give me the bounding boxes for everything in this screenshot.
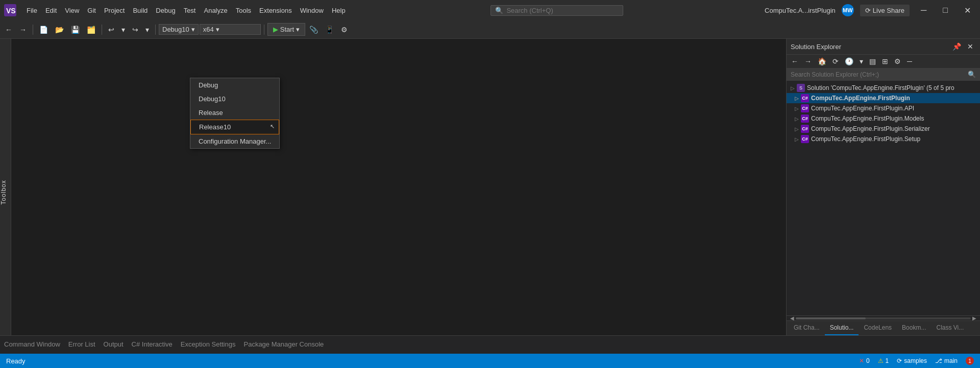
menu-help[interactable]: Help	[328, 5, 350, 16]
tab-error-list[interactable]: Error List	[68, 338, 95, 351]
maximize-button[interactable]: □	[938, 4, 953, 17]
device-button[interactable]: 📱	[322, 24, 337, 36]
scrollbar-track[interactable]	[796, 317, 971, 319]
notification-icon: 1	[966, 357, 974, 365]
project-item-0[interactable]: ▷ C# CompuTec.AppEngine.FirstPlugin	[787, 93, 980, 103]
status-right-area: ✕ 0 ⚠ 1 ⟳ samples ⎇ main 1	[859, 357, 974, 365]
redo-arrow-button[interactable]: ▾	[142, 24, 152, 36]
global-search-box[interactable]: 🔍	[491, 5, 623, 16]
menu-build[interactable]: Build	[129, 5, 152, 16]
menu-debug[interactable]: Debug	[152, 5, 179, 16]
tab-cs-interactive[interactable]: C# Interactive	[132, 338, 173, 351]
undo-arrow-button[interactable]: ▾	[118, 24, 128, 36]
status-branch[interactable]: ⎇ main	[935, 357, 958, 364]
tab-output[interactable]: Output	[104, 338, 124, 351]
menu-git[interactable]: Git	[83, 5, 100, 16]
scrollbar-thumb[interactable]	[796, 317, 866, 319]
tab-exception-settings[interactable]: Exception Settings	[181, 338, 236, 351]
bottom-panel-tabs: Command Window Error List Output C# Inte…	[0, 335, 980, 354]
menu-analyze[interactable]: Analyze	[200, 5, 231, 16]
save-all-button[interactable]: 🗂️	[84, 24, 99, 36]
config-option-config-manager[interactable]: Configuration Manager...	[190, 134, 279, 148]
se-grid-button[interactable]: ⊞	[879, 56, 891, 67]
branch-name: main	[944, 357, 958, 364]
config-option-release10[interactable]: Release10 ↖	[190, 120, 279, 134]
live-share-button[interactable]: ⟳ Live Share	[860, 5, 910, 16]
project-item-3[interactable]: ▷ C# CompuTec.AppEngine.FirstPlugin.Seri…	[787, 124, 980, 134]
se-settings-button[interactable]: ⚙	[892, 56, 903, 67]
project-item-2[interactable]: ▷ C# CompuTec.AppEngine.FirstPlugin.Mode…	[787, 113, 980, 124]
solution-icon: S	[797, 84, 805, 92]
status-repo[interactable]: ⟳ samples	[897, 357, 927, 364]
attach-button[interactable]: 📎	[306, 24, 321, 36]
se-tab-bookmarks[interactable]: Bookm...	[897, 321, 931, 335]
menu-view[interactable]: View	[61, 5, 83, 16]
menu-test[interactable]: Test	[180, 5, 200, 16]
back-button[interactable]: ←	[2, 24, 15, 36]
global-search-input[interactable]	[506, 7, 608, 14]
close-button[interactable]: ✕	[959, 4, 976, 17]
new-file-button[interactable]: 📄	[36, 24, 51, 36]
project-2-label: CompuTec.AppEngine.FirstPlugin.Models	[811, 115, 924, 122]
menu-file[interactable]: File	[22, 5, 41, 16]
project-3-label: CompuTec.AppEngine.FirstPlugin.Serialize…	[811, 125, 930, 132]
toolbar-separator-1	[33, 25, 33, 35]
project-item-4[interactable]: ▷ C# CompuTec.AppEngine.FirstPlugin.Setu…	[787, 134, 980, 144]
save-button[interactable]: 💾	[68, 24, 83, 36]
menu-tools[interactable]: Tools	[232, 5, 255, 16]
toolbar-separator-4	[264, 25, 264, 35]
menu-extensions[interactable]: Extensions	[255, 5, 296, 16]
tab-package-manager-console[interactable]: Package Manager Console	[243, 338, 324, 351]
extra-button[interactable]: ⚙	[338, 24, 351, 36]
minimize-button[interactable]: ─	[916, 4, 932, 17]
config-option-debug10[interactable]: Debug10	[190, 92, 279, 106]
se-forward-button[interactable]: →	[802, 56, 814, 67]
se-pin-button[interactable]: 📌	[950, 41, 964, 52]
solution-explorer-search[interactable]: 🔍	[787, 68, 980, 81]
se-minus-button[interactable]: ─	[904, 56, 915, 67]
menu-window[interactable]: Window	[296, 5, 328, 16]
tab-command-window[interactable]: Command Window	[4, 338, 60, 351]
project-item-1[interactable]: ▷ C# CompuTec.AppEngine.FirstPlugin.API	[787, 103, 980, 113]
config-option-release[interactable]: Release	[190, 106, 279, 120]
se-tab-class-view[interactable]: Class Vi...	[931, 321, 969, 335]
forward-button[interactable]: →	[16, 24, 30, 36]
status-warnings[interactable]: ⚠ 1	[878, 357, 889, 364]
user-avatar[interactable]: MW	[842, 4, 854, 16]
se-arrow-button[interactable]: ▾	[857, 56, 866, 67]
se-tab-solution[interactable]: Solutio...	[825, 321, 859, 335]
se-close-button[interactable]: ✕	[965, 41, 976, 52]
start-button[interactable]: ▶ Start ▾	[267, 23, 305, 36]
warning-count: 1	[886, 357, 889, 364]
redo-button[interactable]: ↪	[129, 24, 141, 36]
menu-project[interactable]: Project	[100, 5, 129, 16]
se-filter-button[interactable]: ▤	[867, 56, 878, 67]
project-2-chevron: ▷	[795, 116, 799, 122]
se-tab-git-changes[interactable]: Git Cha...	[789, 321, 825, 335]
solution-explorer: Solution Explorer 📌 ✕ ← → 🏠 ⟳ 🕐 ▾ ▤ ⊞ ⚙ …	[786, 39, 980, 335]
open-button[interactable]: 📂	[52, 24, 67, 36]
solution-root-item[interactable]: ▷ S Solution 'CompuTec.AppEngine.FirstPl…	[787, 83, 980, 93]
menu-edit[interactable]: Edit	[41, 5, 61, 16]
undo-button[interactable]: ↩	[105, 24, 117, 36]
toolbox-sidebar[interactable]: Toolbox	[0, 39, 11, 335]
se-refresh-button[interactable]: ⟳	[830, 56, 841, 67]
solution-explorer-search-input[interactable]	[791, 71, 965, 78]
status-notification[interactable]: 1	[966, 357, 974, 365]
se-tab-codelens[interactable]: CodeLens	[859, 321, 897, 335]
solution-explorer-scrollbar[interactable]: ◀ ▶	[787, 315, 980, 320]
se-home-button[interactable]: 🏠	[815, 56, 829, 67]
title-bar: VS File Edit View Git Project Build Debu…	[0, 0, 980, 20]
warning-icon: ⚠	[878, 357, 884, 364]
toolbox-label[interactable]: Toolbox	[0, 180, 7, 204]
project-0-icon: C#	[801, 94, 809, 102]
search-icon: 🔍	[495, 7, 503, 14]
main-toolbar: ← → 📄 📂 💾 🗂️ ↩ ▾ ↪ ▾ Debug10 ▾ x64 ▾ ▶ S…	[0, 20, 980, 39]
platform-dropdown[interactable]: x64 ▾	[200, 24, 261, 35]
start-icon: ▶	[273, 26, 278, 33]
status-errors[interactable]: ✕ 0	[859, 357, 870, 364]
se-clock-button[interactable]: 🕐	[842, 56, 856, 67]
config-option-debug[interactable]: Debug	[190, 78, 279, 92]
se-back-button[interactable]: ←	[789, 56, 801, 67]
config-dropdown[interactable]: Debug10 ▾	[159, 24, 199, 35]
